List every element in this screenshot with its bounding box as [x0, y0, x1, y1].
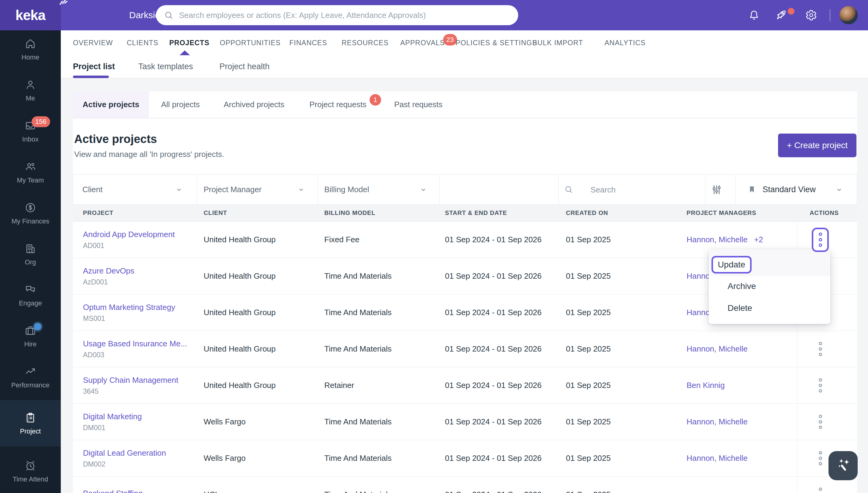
column-header-client[interactable]: CLIENT	[194, 210, 314, 216]
table-row[interactable]: Backend Staffing HCL Time And Materials …	[73, 477, 857, 493]
tab-approvals[interactable]: APPROVALS23	[400, 30, 445, 55]
table-search-input[interactable]	[590, 182, 694, 197]
view-tab-all-projects[interactable]: All projects	[161, 91, 200, 118]
sub-tabs: Project list Task templates Project heal…	[61, 55, 868, 79]
sidebar-item-home[interactable]: Home	[0, 29, 61, 70]
column-header-project-managers[interactable]: PROJECT MANAGERS	[677, 210, 797, 216]
view-tab-past-requests[interactable]: Past requests	[394, 91, 443, 118]
sidebar-item-my-finances[interactable]: My Finances	[0, 193, 61, 234]
global-search-input[interactable]	[178, 10, 515, 20]
column-header-start-end-date[interactable]: START & END DATE	[435, 210, 556, 216]
tab-finances[interactable]: FINANCES	[289, 30, 327, 55]
menu-item-delete[interactable]: Delete	[728, 303, 752, 313]
keka-logo[interactable]: keka	[0, 0, 61, 30]
project-link[interactable]: Digital Lead Generation	[83, 448, 194, 458]
menu-item-archive[interactable]: Archive	[728, 281, 756, 291]
sidebar-item-org[interactable]: Org	[0, 234, 61, 275]
subtab-project-health[interactable]: Project health	[219, 55, 269, 78]
manager-link[interactable]: Ben Kinnig	[687, 381, 725, 390]
created-on-cell: 01 Sep 2025	[556, 381, 677, 390]
subtab-task-templates[interactable]: Task templates	[138, 55, 193, 78]
sidebar-item-my-team[interactable]: My Team	[0, 152, 61, 193]
tab-overview[interactable]: OVERVIEW	[73, 30, 113, 55]
project-manager-filter[interactable]: Project Manager	[204, 175, 262, 204]
project-code: 3645	[83, 387, 194, 395]
filter-divider	[558, 175, 559, 204]
tab-resources[interactable]: RESOURCES	[342, 30, 389, 55]
manager-link[interactable]: Hannon, Michelle	[687, 235, 748, 244]
manager-link[interactable]: Hannon, Michelle	[687, 417, 748, 426]
bookmark-icon	[747, 185, 756, 194]
tab-clients[interactable]: CLIENTS	[127, 30, 158, 55]
filter-bar: Client Project Manager Billing Model Sta…	[73, 174, 857, 205]
subtab-project-list[interactable]: Project list	[73, 55, 115, 78]
tab-policies-settings[interactable]: POLICIES & SETTINGS	[456, 30, 537, 55]
filter-divider	[197, 175, 197, 204]
manager-link[interactable]: Hannon, Michelle	[687, 344, 748, 353]
table-row[interactable]: Supply Chain Management 3645 United Heal…	[73, 367, 857, 404]
filter-divider	[705, 175, 705, 204]
project-link[interactable]: Usage Based Insurance Me...	[83, 339, 194, 348]
row-actions-kebab[interactable]	[812, 228, 829, 252]
sidebar-item-engage[interactable]: Engage	[0, 275, 61, 316]
billing-model-filter[interactable]: Billing Model	[324, 175, 369, 204]
sidebar-item-performance[interactable]: Performance	[0, 357, 61, 398]
settings-gear-icon[interactable]	[805, 9, 817, 21]
billing-model-cell: Time And Materials	[314, 490, 435, 493]
row-actions-kebab[interactable]	[812, 410, 829, 434]
table-row[interactable]: Digital Marketing DM001 Wells Fargo Time…	[73, 404, 857, 440]
chevron-down-icon[interactable]	[298, 186, 305, 193]
person-icon	[24, 79, 37, 91]
table-row[interactable]: Usage Based Insurance Me... AD003 United…	[73, 331, 857, 367]
menu-item-update[interactable]: Update	[711, 256, 752, 274]
billing-model-cell: Time And Materials	[314, 417, 435, 427]
whats-new-rocket-icon[interactable]	[775, 9, 787, 21]
sidebar-item-hire[interactable]: Hire	[0, 316, 61, 357]
project-link[interactable]: Digital Marketing	[83, 412, 194, 421]
active-subtab-underline	[73, 76, 109, 78]
filter-divider	[735, 175, 735, 204]
tab-analytics[interactable]: ANALYTICS	[605, 30, 646, 55]
created-on-cell: 01 Sep 2025	[556, 235, 677, 244]
tab-bulk-import[interactable]: BULK IMPORT	[532, 30, 583, 55]
chevron-down-icon[interactable]	[420, 186, 427, 193]
row-actions-kebab[interactable]	[812, 483, 829, 493]
manager-extra-count[interactable]: +2	[754, 235, 763, 244]
client-filter[interactable]: Client	[82, 175, 102, 204]
chevron-down-icon[interactable]	[176, 186, 182, 193]
sidebar-item-project[interactable]: Project	[0, 400, 61, 447]
project-link[interactable]: Backend Staffing	[83, 489, 194, 493]
view-tab-active-projects[interactable]: Active projects	[73, 91, 149, 118]
module-nav: OVERVIEW CLIENTS PROJECTS OPPORTUNITIES …	[61, 30, 868, 55]
column-header-project[interactable]: PROJECT	[73, 210, 194, 216]
sidebar-item-me[interactable]: Me	[0, 70, 61, 111]
user-avatar[interactable]	[840, 6, 858, 24]
view-tab-archived-projects[interactable]: Archived projects	[224, 91, 284, 118]
tab-opportunities[interactable]: OPPORTUNITIES	[220, 30, 281, 55]
manager-link[interactable]: Hannon, Michelle	[687, 453, 748, 463]
row-actions-kebab[interactable]	[812, 373, 829, 398]
row-actions-menu: Update Archive Delete	[709, 249, 830, 324]
sidebar-item-inbox[interactable]: Inbox 156	[0, 111, 61, 152]
table-row[interactable]: Digital Lead Generation DM002 Wells Farg…	[73, 440, 857, 477]
column-settings-sliders-icon[interactable]	[711, 184, 723, 196]
view-tab-project-requests[interactable]: Project requests1	[309, 91, 378, 118]
project-link[interactable]: Android App Development	[83, 230, 194, 239]
project-link[interactable]: Supply Chain Management	[83, 376, 194, 385]
chevron-down-icon[interactable]	[836, 186, 843, 193]
view-selector[interactable]: Standard View	[763, 175, 816, 204]
column-header-created-on[interactable]: CREATED ON	[556, 210, 677, 216]
created-on-cell: 01 Sep 2025	[556, 344, 677, 353]
row-actions-kebab[interactable]	[812, 446, 829, 471]
create-project-button[interactable]: + Create project	[778, 133, 856, 157]
sidebar-item-time-attend[interactable]: Time Attend	[0, 451, 61, 492]
row-actions-kebab[interactable]	[812, 337, 829, 361]
project-link[interactable]: Optum Marketing Strategy	[83, 303, 194, 312]
notifications-bell-icon[interactable]	[748, 9, 760, 21]
ai-assistant-wand-button[interactable]	[828, 451, 858, 480]
dates-cell: 01 Sep 2024 - 01 Sep 2026	[435, 490, 556, 493]
column-header-billing-model[interactable]: BILLING MODEL	[314, 210, 435, 216]
global-search[interactable]	[156, 5, 518, 25]
header-divider	[830, 9, 830, 21]
project-link[interactable]: Azure DevOps	[83, 266, 194, 276]
